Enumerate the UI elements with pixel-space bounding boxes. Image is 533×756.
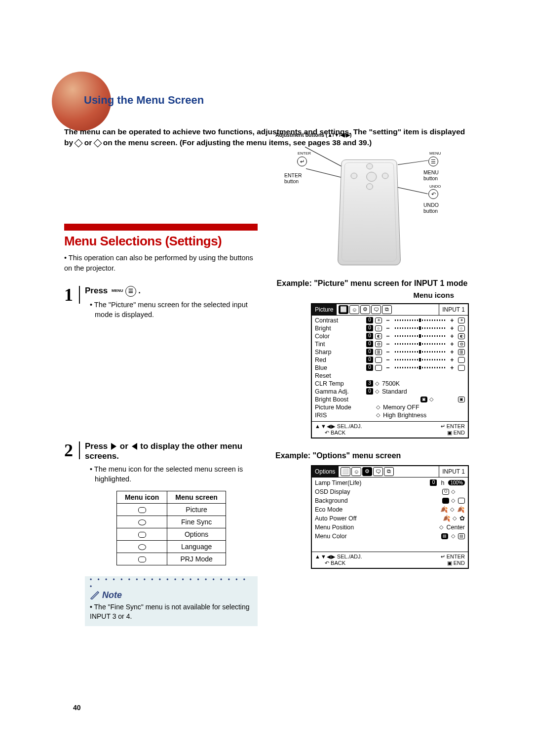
th-menu-icon: Menu icon	[117, 491, 167, 504]
step-2-number: 2	[64, 441, 80, 459]
options-icon	[138, 532, 146, 538]
menu-icon-table: Menu icon Menu screen Picture Fine Sync …	[116, 491, 226, 565]
red-bar-divider	[64, 224, 258, 231]
table-row: Language	[117, 541, 226, 553]
step-1-menu-small-label: MENU	[112, 288, 123, 293]
note-text: • The "Fine Sync" menu is not available …	[90, 602, 253, 621]
undo-label: UNDObutton	[423, 202, 439, 214]
step-2-bullet: • The menu icon for the selected menu sc…	[95, 464, 258, 484]
enter-label: ENTERbutton	[284, 172, 302, 184]
diamond-right-icon	[93, 139, 102, 147]
osd-tab-icons: ⬜☺⚙🗨⧉	[336, 304, 439, 315]
table-row: PRJ Mode	[117, 553, 226, 565]
menu-button-icon: ☰	[125, 286, 136, 297]
step-2-press: Press	[85, 441, 108, 451]
enter-small-label: ENTER	[298, 151, 311, 156]
undo-icon: ↶	[428, 189, 438, 199]
undo-small-label: UNDO	[429, 184, 441, 189]
menu-small-label: MENU	[429, 151, 441, 156]
step-1-press: Press	[85, 286, 108, 295]
note-box: • • • • • • • • • • • • • • • • • • • • …	[85, 576, 258, 626]
language-icon	[138, 544, 146, 550]
osd-picture-panel: Picture ⬜☺⚙🗨⧉ INPUT 1 Contrast0☀−+☀ Brig…	[311, 303, 469, 438]
osd-options-input: INPUT 1	[439, 466, 468, 477]
section-title: Using the Menu Screen	[84, 94, 469, 107]
remote-diagram: Adjustment buttons (▲/▼/◀/▶) ENTER ↵ ENT…	[275, 145, 469, 263]
table-row: Fine Sync	[117, 516, 226, 528]
picture-icon	[138, 507, 146, 513]
note-title: Note	[90, 590, 253, 600]
right-arrow-icon	[111, 443, 116, 450]
left-arrow-icon	[132, 443, 137, 450]
note-pencil-icon	[90, 591, 100, 599]
intro-paragraph: The menu can be operated to achieve two …	[64, 126, 469, 148]
step-2-or: or	[120, 441, 128, 451]
menu-icons-label: Menu icons	[275, 291, 454, 299]
osd-picture-tab: Picture	[312, 304, 336, 315]
osd-options-panel: Options ⬜☺⚙🗨⧉ INPUT 1 Lamp Timer(Life)0h…	[311, 465, 469, 569]
th-menu-screen: Menu screen	[167, 491, 226, 504]
remote-body	[338, 159, 401, 265]
step-1: 1 Press MENU☰ . • The "Picture" menu scr…	[64, 286, 258, 320]
menu-selections-heading: Menu Selections (Settings)	[64, 234, 258, 249]
osd-tab-icons-2: ⬜☺⚙🗨⧉	[338, 466, 439, 477]
osd-input-mode: INPUT 1	[439, 304, 468, 315]
enter-icon: ↵	[297, 157, 307, 166]
page-number: 40	[73, 704, 81, 712]
table-row: Options	[117, 528, 226, 541]
menu-icon: ☰	[428, 157, 438, 166]
step-2-rest: to display the other menu screens.	[85, 441, 242, 461]
osd-options-footer: ▲▼◀▶ SEL./ADJ.↵ ENTER ↶ BACK▣ END	[312, 552, 468, 568]
step-1-bullet: • The "Picture" menu screen for the sele…	[95, 300, 258, 320]
prjmode-icon	[138, 557, 146, 562]
osd-picture-footer: ▲▼◀▶ SEL./ADJ.↵ ENTER ↶ BACK▣ END	[312, 421, 468, 438]
step-1-number: 1	[64, 286, 80, 304]
step-2: 2 Press or to display the other menu scr…	[64, 441, 258, 626]
osd-options-tab: Options	[312, 466, 338, 477]
diamond-left-icon	[75, 139, 83, 147]
main-bullet: • This operation can also be performed b…	[64, 253, 258, 273]
note-dots-decor: • • • • • • • • • • • • • • • • • • • • …	[90, 576, 253, 590]
example-options-heading: Example: "Options" menu screen	[275, 450, 469, 461]
example-picture-heading: Example: "Picture" menu screen for INPUT…	[275, 278, 469, 289]
menu-label: MENUbutton	[423, 169, 439, 181]
table-row: Picture	[117, 504, 226, 516]
finesync-icon	[138, 519, 146, 525]
